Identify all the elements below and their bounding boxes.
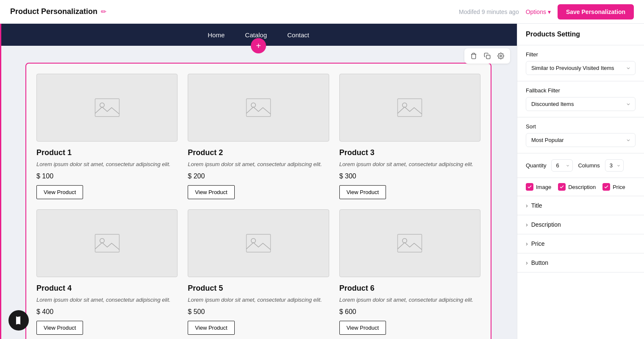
product-desc-5: Lorem ipsum dolor sit amet, consectetur … <box>188 296 329 304</box>
product-card: Product 2 Lorem ipsum dolor sit amet, co… <box>188 74 329 199</box>
products-block: Product 1 Lorem ipsum dolor sit amet, co… <box>25 63 491 339</box>
panel-header: Products Setting <box>517 24 644 45</box>
quantity-select[interactable]: 6 3 9 12 <box>551 159 573 172</box>
product-name-4: Product 4 <box>36 284 178 293</box>
top-bar: Product Personalization ✏ Modifed 9 minu… <box>0 0 644 24</box>
delete-icon[interactable] <box>468 50 480 62</box>
price-checkbox-item[interactable]: Price <box>602 183 625 191</box>
save-personalization-button[interactable]: Save Personalization <box>558 4 634 19</box>
product-desc-1: Lorem ipsum dolor sit amet, consectetur … <box>36 161 178 168</box>
product-image-1 <box>36 74 178 142</box>
product-card: Product 6 Lorem ipsum dolor sit amet, co… <box>339 209 480 335</box>
filter-section: Filter Similar to Previously Visited Ite… <box>517 45 644 81</box>
fallback-filter-section: Fallback Filter Discounted Items New Arr… <box>517 81 644 117</box>
view-product-button-5[interactable]: View Product <box>188 321 234 335</box>
canvas-area: Home Catalog Contact + <box>0 24 517 339</box>
nav-item-home[interactable]: Home <box>208 31 225 39</box>
sort-section: Sort Most Popular Price Low to High Pric… <box>517 117 644 153</box>
chevron-right-icon: › <box>526 240 528 247</box>
product-price-4: $ 400 <box>36 308 178 316</box>
filter-select[interactable]: Similar to Previously Visited Items Tren… <box>526 61 636 75</box>
product-desc-2: Lorem ipsum dolor sit amet, consectetur … <box>188 161 329 168</box>
add-block-top-button[interactable]: + <box>251 38 266 53</box>
svg-point-1 <box>500 55 502 57</box>
page-title: Product Personalization <box>10 7 97 16</box>
image-checkbox-label: Image <box>536 184 551 190</box>
description-checkbox[interactable] <box>558 183 566 191</box>
svg-rect-4 <box>246 99 270 117</box>
quantity-columns-row: Quantity 6 3 9 12 Columns 3 2 4 <box>526 159 636 172</box>
product-name-6: Product 6 <box>339 284 480 293</box>
price-expand-row[interactable]: › Price <box>517 234 644 253</box>
options-button[interactable]: Options ▾ <box>526 8 551 15</box>
title-expand-label: Title <box>531 202 542 209</box>
image-checkbox[interactable] <box>526 183 533 191</box>
price-checkbox-label: Price <box>613 184 625 190</box>
columns-select[interactable]: 3 2 4 <box>605 159 624 172</box>
product-name-1: Product 1 <box>36 148 178 157</box>
right-panel: Products Setting Filter Similar to Previ… <box>517 24 644 339</box>
product-desc-6: Lorem ipsum dolor sit amet, consectetur … <box>339 296 480 304</box>
duplicate-icon[interactable] <box>481 50 493 62</box>
price-expand-label: Price <box>531 240 545 247</box>
fallback-filter-label: Fallback Filter <box>526 87 636 94</box>
columns-label: Columns <box>578 162 600 169</box>
product-image-6 <box>339 209 480 277</box>
product-price-2: $ 200 <box>188 172 329 180</box>
fallback-filter-select[interactable]: Discounted Items New Arrivals Best Selle… <box>526 97 636 111</box>
shopify-badge[interactable] <box>8 310 29 331</box>
quantity-label: Quantity <box>526 162 546 169</box>
settings-icon[interactable] <box>495 50 507 62</box>
title-expand-row[interactable]: › Title <box>517 196 644 215</box>
edit-icon[interactable]: ✏ <box>101 8 106 16</box>
product-image-5 <box>188 209 329 277</box>
description-checkbox-item[interactable]: Description <box>558 183 596 191</box>
view-product-button-4[interactable]: View Product <box>36 321 83 335</box>
filter-label: Filter <box>526 51 636 58</box>
product-image-3 <box>339 74 480 142</box>
view-product-button-1[interactable]: View Product <box>36 185 83 199</box>
sort-label: Sort <box>526 123 636 130</box>
image-checkbox-item[interactable]: Image <box>526 183 551 191</box>
button-expand-row[interactable]: › Button <box>517 253 644 272</box>
chevron-right-icon: › <box>526 202 528 209</box>
product-card: Product 4 Lorem ipsum dolor sit amet, co… <box>36 209 178 335</box>
svg-rect-10 <box>246 234 270 252</box>
view-product-button-2[interactable]: View Product <box>188 185 234 199</box>
product-name-5: Product 5 <box>188 284 329 293</box>
product-image-2 <box>188 74 329 142</box>
description-expand-row[interactable]: › Description <box>517 215 644 234</box>
sort-select[interactable]: Most Popular Price Low to High Price Hig… <box>526 133 636 147</box>
block-toolbar <box>464 48 510 64</box>
description-expand-label: Description <box>531 221 561 228</box>
products-grid: Product 1 Lorem ipsum dolor sit amet, co… <box>36 74 480 335</box>
main-layout: Home Catalog Contact + <box>0 24 644 339</box>
chevron-right-icon: › <box>526 259 528 266</box>
top-bar-left: Product Personalization ✏ <box>10 7 106 16</box>
content-area: + <box>0 46 517 339</box>
view-product-button-6[interactable]: View Product <box>339 321 386 335</box>
product-card: Product 3 Lorem ipsum dolor sit amet, co… <box>339 74 480 199</box>
nav-item-catalog[interactable]: Catalog <box>245 31 267 39</box>
product-name-2: Product 2 <box>188 148 329 157</box>
price-checkbox[interactable] <box>602 183 610 191</box>
product-price-3: $ 300 <box>339 172 480 180</box>
product-image-4 <box>36 209 178 277</box>
description-checkbox-label: Description <box>568 184 596 190</box>
chevron-right-icon: › <box>526 221 528 228</box>
product-desc-3: Lorem ipsum dolor sit amet, consectetur … <box>339 161 480 168</box>
svg-rect-0 <box>486 55 490 59</box>
product-name-3: Product 3 <box>339 148 480 157</box>
product-price-1: $ 100 <box>36 172 178 180</box>
product-card: Product 5 Lorem ipsum dolor sit amet, co… <box>188 209 329 335</box>
product-desc-4: Lorem ipsum dolor sit amet, consectetur … <box>36 296 178 304</box>
quantity-columns-section: Quantity 6 3 9 12 Columns 3 2 4 <box>517 153 644 178</box>
nav-item-contact[interactable]: Contact <box>287 31 309 39</box>
product-price-5: $ 500 <box>188 308 329 316</box>
top-bar-right: Modifed 9 minutes ago Options ▾ Save Per… <box>459 4 634 19</box>
svg-rect-12 <box>398 234 422 252</box>
checkboxes-row: Image Description Price <box>517 178 644 196</box>
view-product-button-3[interactable]: View Product <box>339 185 386 199</box>
product-card: Product 1 Lorem ipsum dolor sit amet, co… <box>36 74 178 199</box>
button-expand-label: Button <box>531 259 548 266</box>
